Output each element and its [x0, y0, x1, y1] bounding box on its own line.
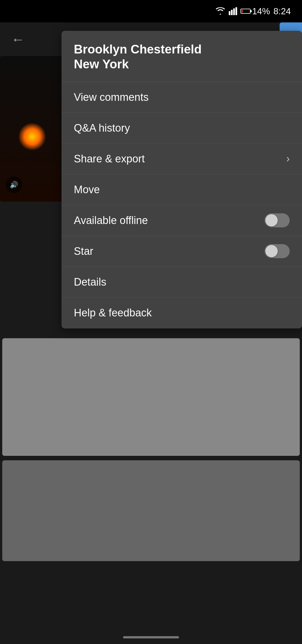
share-export-label: Share & export — [74, 153, 145, 165]
battery-icon — [240, 9, 251, 14]
lower-tile-2 — [2, 460, 300, 561]
star-toggle[interactable] — [265, 244, 290, 258]
menu-title-section: Brooklyn ChesterfieldNew York — [62, 31, 302, 82]
signal-icon — [229, 7, 237, 15]
time-text: 8:24 — [273, 6, 291, 17]
menu-item-share-export[interactable]: Share & export › — [62, 144, 302, 174]
star-label: Star — [74, 245, 93, 257]
svg-rect-1 — [231, 10, 233, 15]
battery-fill — [242, 10, 243, 13]
view-comments-label: View comments — [74, 91, 149, 103]
share-export-right: › — [286, 153, 290, 165]
lantern-glow — [18, 123, 46, 151]
help-feedback-label: Help & feedback — [74, 307, 152, 319]
menu-item-star[interactable]: Star — [62, 236, 302, 267]
menu-item-help-feedback[interactable]: Help & feedback — [62, 298, 302, 328]
share-export-chevron: › — [286, 153, 290, 165]
menu-title-text: Brooklyn ChesterfieldNew York — [74, 42, 290, 72]
menu-item-available-offline[interactable]: Available offline — [62, 205, 302, 236]
available-offline-toggle[interactable] — [265, 213, 290, 227]
menu-item-qa-history[interactable]: Q&A history — [62, 113, 302, 144]
speaker-button[interactable]: 🔊 — [6, 176, 22, 193]
status-bar: 14% 8:24 — [0, 0, 302, 22]
speaker-icon: 🔊 — [10, 181, 18, 189]
status-icons: 14% 8:24 — [215, 6, 291, 17]
context-menu: Brooklyn ChesterfieldNew York View comme… — [62, 31, 302, 328]
menu-item-move[interactable]: Move — [62, 174, 302, 205]
svg-rect-3 — [235, 7, 237, 15]
lower-tiles — [0, 336, 302, 622]
battery-container: 14% — [240, 6, 270, 17]
svg-rect-0 — [229, 11, 230, 15]
svg-rect-2 — [233, 8, 235, 15]
available-offline-knob — [265, 214, 278, 227]
available-offline-label: Available offline — [74, 214, 148, 227]
move-label: Move — [74, 184, 100, 196]
menu-item-view-comments[interactable]: View comments — [62, 82, 302, 113]
star-knob — [265, 245, 278, 257]
menu-item-details[interactable]: Details — [62, 267, 302, 298]
photo-cell: 🔊 — [0, 56, 64, 202]
qa-history-label: Q&A history — [74, 122, 130, 134]
wifi-icon — [215, 7, 225, 15]
home-indicator — [123, 636, 179, 638]
back-button[interactable]: ← — [11, 32, 25, 47]
battery-text: 14% — [252, 6, 270, 17]
lower-tile-1 — [2, 338, 300, 456]
details-label: Details — [74, 276, 106, 288]
